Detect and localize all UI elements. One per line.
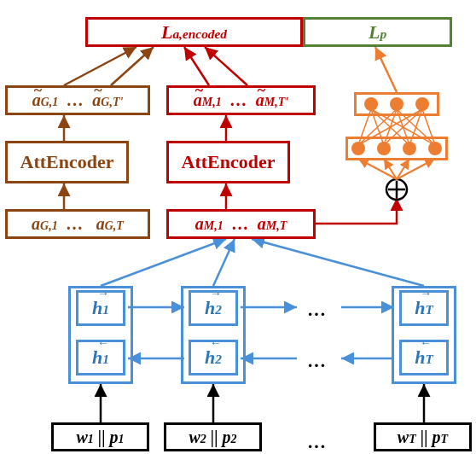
- mlp-l1-dot2: [377, 142, 391, 155]
- bilstm-dots-upper: …: [307, 299, 326, 321]
- input-2-label: w2 || p2: [189, 428, 236, 447]
- att-encoder-left-label: AttEncoder: [20, 151, 114, 173]
- hT-forward: hT: [399, 290, 449, 326]
- att-encoder-right: AttEncoder: [166, 141, 290, 183]
- att-encoder-right-label: AttEncoder: [182, 151, 276, 173]
- svg-line-9: [101, 239, 226, 286]
- svg-line-14: [64, 47, 136, 85]
- svg-line-15: [111, 47, 154, 85]
- input-1: w1 || p1: [51, 422, 149, 451]
- input-2: w2 || p2: [164, 422, 262, 451]
- mlp-l2-dot2: [390, 97, 403, 111]
- bilstm-dots-lower: …: [307, 350, 326, 372]
- a-tilde-g-box: aG,1 … aG,T': [5, 85, 150, 115]
- input-dots: …: [307, 431, 326, 453]
- a-g-content: aG,1 … aG,T: [32, 214, 124, 234]
- mlp-l1-dot3: [403, 142, 416, 155]
- svg-line-23: [358, 159, 397, 179]
- loss-p-box: Lp: [303, 17, 452, 47]
- h1-forward: h1: [76, 290, 125, 326]
- svg-line-25: [397, 159, 409, 179]
- svg-line-10: [213, 239, 235, 286]
- input-1-label: w1 || p1: [76, 428, 124, 447]
- loss-a-encoded-box: La,encoded: [85, 17, 303, 47]
- hT-backward: hT: [399, 340, 449, 375]
- mlp-l2-dot1: [364, 97, 378, 111]
- loss-a-encoded-label: La,encoded: [161, 21, 227, 44]
- a-tilde-m-content: aM,1 … aM,T': [194, 90, 288, 110]
- mlp-l2-dot3: [415, 97, 429, 111]
- att-encoder-left: AttEncoder: [5, 141, 129, 183]
- mlp-l1-dot4: [428, 142, 442, 155]
- a-m-content: aM,1 … aM,T: [195, 214, 287, 234]
- svg-line-18: [184, 47, 209, 85]
- a-tilde-m-box: aM,1 … aM,T': [166, 85, 316, 115]
- input-T: wT || pT: [374, 422, 472, 451]
- input-T-label: wT || pT: [398, 428, 448, 447]
- svg-line-26: [397, 159, 435, 179]
- a-g-box: aG,1 … aG,T: [5, 209, 150, 239]
- svg-point-20: [386, 179, 407, 200]
- svg-line-39: [375, 47, 397, 92]
- loss-p-label: Lp: [369, 21, 386, 44]
- a-m-box: aM,1 … aM,T: [166, 209, 316, 239]
- svg-line-19: [205, 47, 247, 85]
- svg-line-24: [384, 159, 397, 179]
- a-tilde-g-content: aG,1 … aG,T': [32, 90, 124, 110]
- h1-backward: h1: [76, 340, 125, 375]
- svg-line-11: [252, 239, 424, 286]
- h2-forward: h2: [189, 290, 238, 326]
- h2-backward: h2: [189, 340, 238, 375]
- mlp-l1-dot1: [351, 142, 365, 155]
